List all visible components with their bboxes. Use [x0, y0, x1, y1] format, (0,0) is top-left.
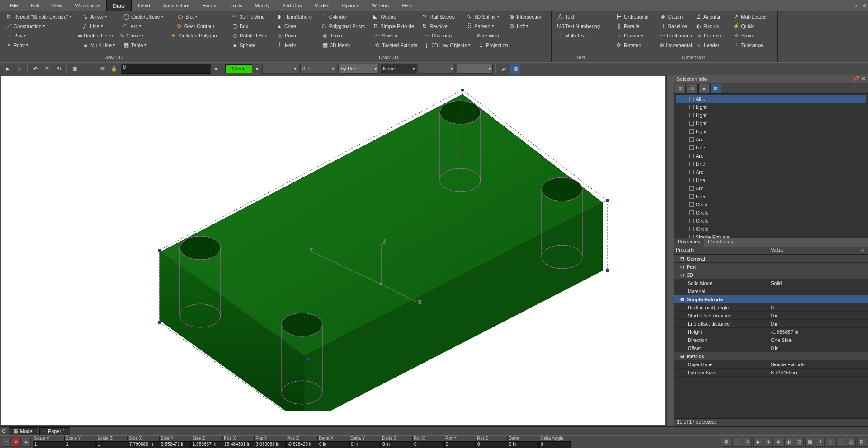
smart-dim-button[interactable]: ✧Smart: [731, 31, 774, 40]
status-field[interactable]: Rot Y0: [444, 436, 476, 448]
tree-item[interactable]: All...: [676, 95, 866, 103]
tree-item[interactable]: Circle: [676, 217, 866, 225]
redo-button[interactable]: ↷: [42, 64, 52, 74]
linetype-combo[interactable]: ▾: [262, 64, 298, 74]
sel-highlight-btn[interactable]: ☰: [698, 84, 709, 93]
extra-combo-2[interactable]: ▾: [457, 64, 493, 74]
prop-row[interactable]: Height-1.656857 in: [674, 328, 868, 336]
tab-model[interactable]: ▦ Model: [9, 427, 38, 435]
slot-button[interactable]: ⬭Slot▾: [175, 12, 211, 21]
menu-modes[interactable]: Modes: [308, 0, 335, 11]
minimize-button[interactable]: —: [844, 0, 852, 11]
color-swatch[interactable]: Green: [225, 64, 252, 73]
close-button[interactable]: ✕: [860, 0, 868, 11]
prop-row[interactable]: Start offset distance0 in: [674, 312, 868, 320]
tree-item[interactable]: Light: [676, 119, 866, 127]
sb-action-btn[interactable]: ▸: [22, 438, 31, 447]
polygonal-prism-button[interactable]: ⬡Polygonal Prism: [318, 22, 370, 31]
text-numbering-button[interactable]: 123Text Numbering: [554, 22, 603, 31]
tab-properties[interactable]: Properties: [674, 238, 704, 247]
menu-format[interactable]: Format: [196, 0, 224, 11]
tab-constraints[interactable]: Constraints: [704, 238, 737, 247]
select-tool[interactable]: ▶: [3, 64, 13, 74]
tree-item[interactable]: Arc: [676, 135, 866, 144]
tree-item[interactable]: Arc: [676, 168, 866, 176]
rail-sweep-button[interactable]: 〜Rail Sweep: [419, 12, 463, 21]
menu-architecture[interactable]: Architecture: [156, 0, 196, 11]
eye-button[interactable]: 👁: [97, 64, 107, 74]
torus-button[interactable]: ◎Torus: [319, 31, 371, 40]
twisted-extrude-button[interactable]: ⟲Twisted Extrude: [371, 41, 421, 50]
table-button[interactable]: ▦Table▾: [120, 41, 175, 50]
multileader-button[interactable]: ↗MultiLeader: [730, 12, 774, 21]
prop-row[interactable]: End offset distance0 in: [674, 320, 868, 328]
angular-button[interactable]: ∠Angular: [693, 12, 730, 21]
3d-mesh-button[interactable]: ▦3D Mesh: [319, 41, 371, 50]
snap-btn-6[interactable]: ⊗: [774, 438, 783, 447]
snap-btn-10[interactable]: ⊥: [816, 438, 825, 447]
extra-combo-1[interactable]: ▾: [419, 64, 455, 74]
simple-extrude-button[interactable]: ⇈Simple Extrude: [369, 22, 419, 31]
snap-btn-14[interactable]: ⊞: [857, 438, 866, 447]
tree-item[interactable]: Line: [676, 160, 866, 168]
snap-btn-1[interactable]: ⊞: [722, 438, 731, 447]
sel-tree-btn[interactable]: ⊞: [710, 84, 721, 93]
menu-addons[interactable]: Add-Ons: [276, 0, 308, 11]
status-field[interactable]: Size Z1.656857 in: [191, 436, 223, 448]
multi-line-button[interactable]: ≡Multi Line▾: [80, 41, 120, 50]
property-grid[interactable]: ⊟General⊟Pen⊟3DSolid ModeSolidMaterial⊟S…: [674, 255, 868, 418]
lock-button[interactable]: 🔒: [109, 64, 119, 74]
pattern-button[interactable]: ⠿Pattern▾: [463, 22, 506, 31]
lineweight-combo[interactable]: 0 in▾: [300, 64, 336, 74]
projection-button[interactable]: ↧Projection: [475, 41, 518, 50]
tree-item[interactable]: Light: [676, 103, 866, 111]
status-field[interactable]: Delta Z0 in: [381, 436, 413, 448]
prop-group-header[interactable]: ⊟Metrics: [674, 352, 868, 360]
snap-btn-12[interactable]: ⋯: [836, 438, 845, 447]
status-field[interactable]: Scale Z1: [96, 436, 128, 448]
3d-viewport[interactable]: Z X Y: [1, 76, 665, 425]
status-field[interactable]: Pos Y3.039088 in: [255, 436, 286, 448]
sel-filter-btn[interactable]: ▤: [675, 84, 686, 93]
radius-button[interactable]: ◐Radius: [693, 22, 730, 31]
cone-button[interactable]: ▲Cone: [274, 22, 318, 31]
tree-item[interactable]: Circle: [676, 201, 866, 209]
point-button[interactable]: Point▾: [3, 41, 80, 50]
menu-help[interactable]: Help: [396, 0, 419, 11]
snap-btn-3[interactable]: ⊙: [743, 438, 752, 447]
menu-insert[interactable]: Insert: [132, 0, 157, 11]
repeat-button[interactable]: ↻Repeat "Simple Extrude"▾: [3, 12, 80, 21]
tree-item[interactable]: Circle: [676, 225, 866, 233]
revolve-button[interactable]: ↻Revolve: [419, 22, 463, 31]
snap-btn-5[interactable]: ⊕: [764, 438, 773, 447]
snap-btn-9[interactable]: ▦: [805, 438, 814, 447]
menu-tools[interactable]: Tools: [224, 0, 249, 11]
status-field[interactable]: Rot Z0: [476, 436, 508, 448]
construction-button[interactable]: ⋰Construction▾: [3, 22, 79, 31]
tree-item[interactable]: Line: [676, 144, 866, 152]
brush-combo[interactable]: None▾: [381, 64, 417, 74]
rotated-dim-button[interactable]: ⟳Rotated: [613, 41, 657, 50]
sphere-button[interactable]: ●Sphere: [229, 41, 274, 50]
tree-item[interactable]: Light: [676, 111, 866, 119]
text-button[interactable]: AText: [554, 12, 577, 21]
panel-pin-icon[interactable]: 📌: [853, 76, 859, 82]
sel-all-btn[interactable]: All: [687, 84, 698, 93]
tree-item[interactable]: Circle: [676, 209, 866, 217]
panel-close-icon[interactable]: ✕: [861, 76, 865, 82]
incremental-button[interactable]: ⊕Incremental: [657, 41, 693, 50]
tolerance-button[interactable]: ±Tolerance: [731, 41, 774, 50]
snap-btn-8[interactable]: ⊡: [795, 438, 804, 447]
prop-row[interactable]: Offset0 in: [674, 344, 868, 352]
intersection-button[interactable]: ⊗Intersection: [506, 12, 548, 21]
3d-polyline-button[interactable]: 〰3D Polyline: [229, 12, 274, 21]
menu-view[interactable]: View: [46, 0, 69, 11]
ray-button[interactable]: →Ray▾: [3, 31, 75, 40]
status-field[interactable]: Pos X15.484391 in: [223, 436, 255, 448]
penstyle-combo[interactable]: By Pen▾: [338, 64, 379, 74]
distance-button[interactable]: ↔Distance: [613, 31, 657, 40]
tree-item[interactable]: Arc: [676, 152, 866, 160]
prop-row[interactable]: Object typeSimple Extrude: [674, 360, 868, 369]
selection-tree[interactable]: All...LightLightLightLightArcLineArcLine…: [674, 94, 868, 238]
status-field[interactable]: Delta Y0 in: [349, 436, 381, 448]
